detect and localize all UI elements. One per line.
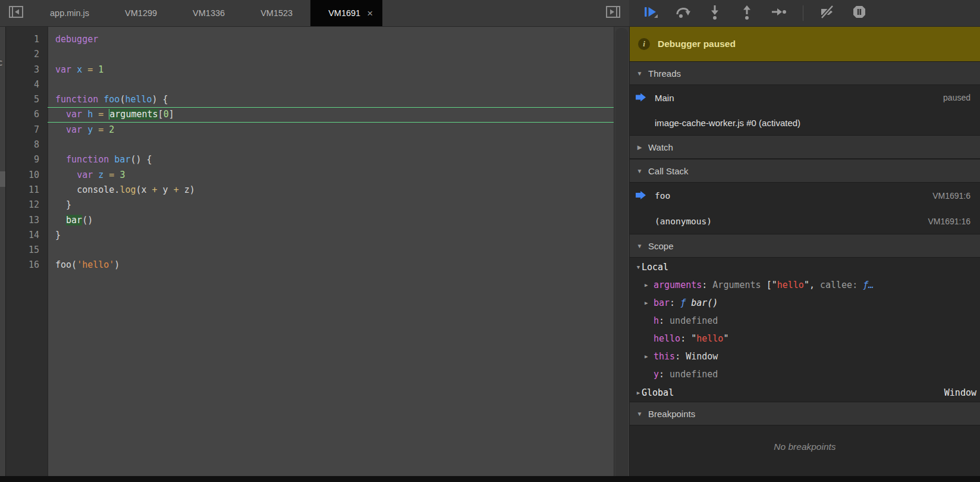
- scope-variable-bar[interactable]: ▶bar: ƒ bar(): [630, 294, 980, 312]
- triangle-right-icon[interactable]: ▶: [645, 282, 654, 288]
- code-text[interactable]: foo('hello'): [48, 258, 614, 273]
- scope-variable-list: ▶arguments: Arguments ["hello", callee: …: [630, 276, 980, 383]
- scope-section-header[interactable]: ▼ Scope: [630, 234, 980, 258]
- code-text[interactable]: var h = arguments[0]: [48, 107, 614, 122]
- code-text[interactable]: var z = 3: [48, 168, 614, 183]
- editor-scrollbar[interactable]: [614, 27, 629, 476]
- scope-local-group[interactable]: ▼ Local: [630, 258, 980, 276]
- value-token: y: [654, 369, 659, 380]
- tab-label: VM1336: [193, 8, 225, 18]
- value-token: :: [670, 298, 680, 308]
- line-number[interactable]: 16: [6, 258, 48, 273]
- token: ): [114, 259, 120, 270]
- code-text[interactable]: var y = 2: [48, 123, 614, 137]
- code-text[interactable]: function foo(hello) {: [48, 92, 614, 107]
- code-text[interactable]: [48, 243, 614, 258]
- step-over-next-function-call-button[interactable]: [674, 5, 691, 21]
- editor-tab-bar: app.min.jsVM1299VM1336VM1523VM1691×: [0, 0, 629, 27]
- triangle-right-icon: ▶: [636, 144, 643, 151]
- line-number[interactable]: 8: [6, 137, 48, 152]
- token: [: [158, 109, 164, 120]
- step-out-of-current-function-button[interactable]: [739, 5, 755, 21]
- scope-global-group[interactable]: ▶ Global Window: [630, 383, 980, 402]
- pause-on-exceptions-button[interactable]: [851, 5, 868, 21]
- token: x: [77, 64, 82, 75]
- line-number[interactable]: 2: [6, 47, 48, 62]
- value-token: ƒ…: [863, 280, 874, 290]
- line-number[interactable]: 5: [6, 92, 48, 107]
- code-text[interactable]: [48, 77, 614, 92]
- scope-local-label: Local: [642, 262, 668, 273]
- code-text[interactable]: debugger: [48, 32, 614, 47]
- token: z: [98, 170, 103, 180]
- value-token: callee:: [820, 280, 863, 290]
- deactivate-breakpoints-button[interactable]: [819, 5, 835, 21]
- active-marker-slot: [636, 93, 647, 102]
- editor-scrollbar-thumb[interactable]: [615, 28, 628, 476]
- hide-navigator-button[interactable]: [0, 0, 32, 26]
- window-bottom-edge: [0, 476, 980, 482]
- stack-frame-foo[interactable]: fooVM1691:6: [630, 183, 980, 208]
- show-debugger-sidebar-button[interactable]: [597, 0, 629, 26]
- code-line: 2: [6, 47, 629, 62]
- scope-variable-y[interactable]: y: undefined: [630, 365, 980, 383]
- threads-section-header[interactable]: ▼ Threads: [630, 61, 980, 85]
- step-button[interactable]: [771, 5, 787, 21]
- collapsed-navigator-strip[interactable]: c: [0, 27, 6, 476]
- scope-variable-h[interactable]: h: undefined: [630, 312, 980, 330]
- frame-function-name: foo: [655, 191, 670, 201]
- frame-function-name: (anonymous): [655, 217, 712, 226]
- line-number[interactable]: 4: [6, 77, 48, 92]
- value-token: arguments: [654, 280, 702, 290]
- panel-toggle-icon: [605, 4, 621, 23]
- line-number[interactable]: 3: [6, 62, 48, 77]
- step-into-next-function-call-button[interactable]: [706, 5, 723, 21]
- threads-title: Threads: [648, 68, 681, 79]
- scope-variable-this[interactable]: ▶this: Window: [630, 348, 980, 365]
- stack-frame-anonymous[interactable]: (anonymous)VM1691:16: [630, 208, 980, 234]
- line-number[interactable]: 13: [6, 213, 48, 228]
- triangle-down-icon: ▼: [636, 70, 643, 77]
- value-token: :: [702, 280, 712, 290]
- line-number[interactable]: 14: [6, 228, 48, 243]
- code-text[interactable]: }: [48, 198, 614, 212]
- scope-variable-arguments[interactable]: ▶arguments: Arguments ["hello", callee: …: [630, 276, 980, 294]
- triangle-right-icon[interactable]: ▶: [645, 353, 654, 359]
- tab-VM1299[interactable]: VM1299: [107, 0, 175, 26]
- tab-VM1691[interactable]: VM1691×: [310, 0, 382, 26]
- code-text[interactable]: function bar() {: [48, 152, 614, 167]
- thread-row-image-cache-worker.js[interactable]: image-cache-worker.js #0 (activated): [630, 110, 980, 135]
- line-number[interactable]: 9: [6, 152, 48, 167]
- code-text[interactable]: [48, 137, 614, 152]
- line-number[interactable]: 1: [6, 32, 48, 47]
- thread-row-main[interactable]: Mainpaused: [630, 85, 980, 110]
- tab-VM1523[interactable]: VM1523: [243, 0, 310, 26]
- scope-variable-hello[interactable]: hello: "hello": [630, 330, 980, 348]
- watch-section-header[interactable]: ▶ Watch: [630, 135, 980, 159]
- code-text[interactable]: console.log(x + y + z): [48, 183, 614, 198]
- tab-app.min.js[interactable]: app.min.js: [32, 0, 107, 26]
- code-text[interactable]: var x = 1: [48, 62, 614, 77]
- close-tab-icon[interactable]: ×: [367, 8, 373, 18]
- token: [55, 215, 66, 226]
- line-number[interactable]: 11: [6, 183, 48, 198]
- navigator-scrollbar-thumb[interactable]: [0, 171, 5, 187]
- line-number[interactable]: 6: [6, 107, 48, 122]
- triangle-right-icon[interactable]: ▶: [645, 300, 654, 306]
- resume-script-execution-button[interactable]: [642, 5, 659, 21]
- value-token: :: [659, 369, 670, 380]
- value-token: bar: [654, 298, 670, 308]
- call-stack-section-header[interactable]: ▼ Call Stack: [630, 159, 980, 183]
- code-text[interactable]: bar(): [48, 213, 614, 228]
- token: =: [87, 64, 93, 75]
- line-number[interactable]: 10: [6, 168, 48, 183]
- code-line: 13 bar(): [6, 213, 629, 228]
- line-number[interactable]: 7: [6, 123, 48, 137]
- line-number[interactable]: 12: [6, 198, 48, 212]
- breakpoints-section-header[interactable]: ▼ Breakpoints: [630, 402, 980, 425]
- line-number[interactable]: 15: [6, 243, 48, 258]
- code-text[interactable]: }: [48, 228, 614, 243]
- tab-VM1336[interactable]: VM1336: [175, 0, 243, 26]
- code-text[interactable]: [48, 47, 614, 62]
- resume-icon: [642, 4, 659, 23]
